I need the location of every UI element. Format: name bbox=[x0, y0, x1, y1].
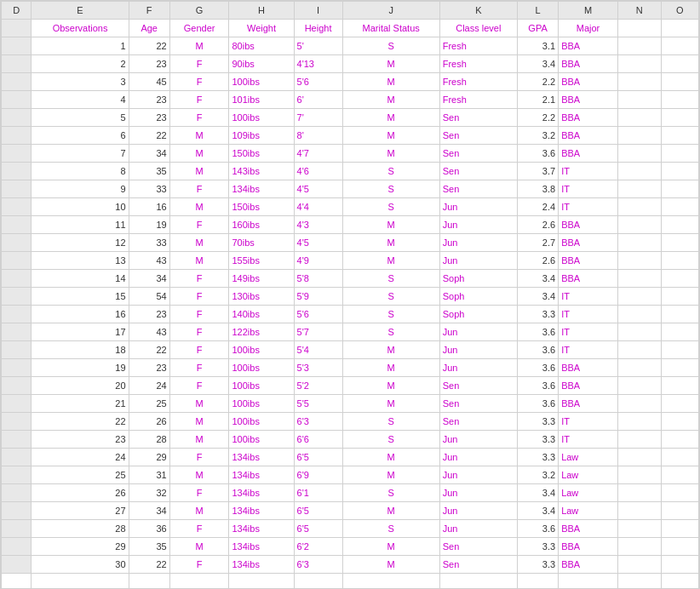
cell-obs[interactable]: 4 bbox=[32, 91, 129, 109]
cell-n[interactable] bbox=[617, 270, 661, 288]
cell-age[interactable]: 23 bbox=[129, 306, 169, 323]
cell-age[interactable]: 23 bbox=[129, 109, 169, 127]
cell-height[interactable]: 6'5 bbox=[294, 502, 342, 520]
cell-gpa[interactable]: 3.8 bbox=[517, 180, 558, 198]
cell-gpa[interactable]: 3.6 bbox=[517, 323, 558, 341]
cell-obs[interactable]: 20 bbox=[32, 377, 129, 395]
cell-height[interactable]: 6'6 bbox=[294, 431, 342, 449]
cell-n[interactable] bbox=[617, 556, 661, 574]
cell-major[interactable]: BBA bbox=[559, 55, 618, 73]
cell-class[interactable]: Soph bbox=[439, 306, 517, 323]
cell-obs[interactable]: 2 bbox=[32, 55, 129, 73]
row-spacer[interactable] bbox=[2, 73, 32, 91]
cell-marital[interactable]: M bbox=[342, 91, 439, 109]
cell-height[interactable]: 4'5 bbox=[294, 234, 342, 252]
cell-o[interactable] bbox=[661, 502, 698, 520]
row-spacer[interactable] bbox=[2, 288, 32, 306]
cell-weight[interactable]: 134ibs bbox=[229, 180, 294, 198]
cell-gpa[interactable]: 3.4 bbox=[517, 484, 558, 502]
cell-class[interactable]: Sen bbox=[439, 377, 517, 395]
cell-o[interactable] bbox=[661, 37, 698, 55]
cell-weight[interactable]: 143ibs bbox=[229, 163, 294, 180]
cell-gpa[interactable]: 3.4 bbox=[517, 502, 558, 520]
cell-gpa[interactable]: 3.6 bbox=[517, 520, 558, 538]
cell-major[interactable]: IT bbox=[559, 341, 618, 359]
cell-gender[interactable]: F bbox=[169, 484, 229, 502]
cell-marital[interactable]: M bbox=[342, 395, 439, 413]
cell-gpa[interactable]: 3.3 bbox=[517, 556, 558, 574]
cell-gender[interactable]: M bbox=[169, 234, 229, 252]
cell-gpa[interactable]: 2.4 bbox=[517, 198, 558, 216]
cell-gpa[interactable]: 2.7 bbox=[517, 234, 558, 252]
cell-o[interactable] bbox=[661, 323, 698, 341]
cell-age[interactable]: 33 bbox=[129, 180, 169, 198]
row-spacer[interactable] bbox=[2, 270, 32, 288]
cell-weight[interactable]: 100ibs bbox=[229, 109, 294, 127]
cell-n[interactable] bbox=[617, 55, 661, 73]
cell-n[interactable] bbox=[617, 502, 661, 520]
cell-gender[interactable]: F bbox=[169, 520, 229, 538]
cell-weight[interactable]: 109ibs bbox=[229, 127, 294, 145]
cell-obs[interactable]: 17 bbox=[32, 323, 129, 341]
cell-class[interactable]: Jun bbox=[439, 198, 517, 216]
cell-class[interactable]: Jun bbox=[439, 520, 517, 538]
cell-major[interactable]: BBA bbox=[559, 37, 618, 55]
col-h-header[interactable]: H bbox=[229, 2, 294, 20]
cell-n[interactable] bbox=[617, 323, 661, 341]
cell-age[interactable]: 23 bbox=[129, 359, 169, 377]
cell-major[interactable]: BBA bbox=[559, 109, 618, 127]
row-spacer[interactable] bbox=[2, 127, 32, 145]
cell-marital[interactable]: M bbox=[342, 538, 439, 556]
cell-major[interactable]: IT bbox=[559, 413, 618, 431]
cell-major[interactable]: BBA bbox=[559, 520, 618, 538]
cell-o[interactable] bbox=[661, 145, 698, 163]
cell-gender[interactable]: M bbox=[169, 163, 229, 180]
cell-major[interactable]: Law bbox=[559, 502, 618, 520]
cell-obs[interactable]: 30 bbox=[32, 556, 129, 574]
cell-obs[interactable]: 10 bbox=[32, 198, 129, 216]
cell-class[interactable]: Fresh bbox=[439, 37, 517, 55]
cell-gpa[interactable]: 3.2 bbox=[517, 466, 558, 484]
cell-weight[interactable]: 100ibs bbox=[229, 377, 294, 395]
cell-gpa[interactable]: 3.3 bbox=[517, 306, 558, 323]
cell-age[interactable]: 22 bbox=[129, 341, 169, 359]
cell-major[interactable]: Law bbox=[559, 466, 618, 484]
cell-marital[interactable]: S bbox=[342, 198, 439, 216]
cell-gender[interactable]: F bbox=[169, 270, 229, 288]
cell-class[interactable]: Jun bbox=[439, 341, 517, 359]
cell-gender[interactable]: M bbox=[169, 395, 229, 413]
row-spacer[interactable] bbox=[2, 341, 32, 359]
cell-age[interactable]: 22 bbox=[129, 556, 169, 574]
cell-age[interactable]: 36 bbox=[129, 520, 169, 538]
cell-age[interactable]: 35 bbox=[129, 538, 169, 556]
cell-weight[interactable]: 100ibs bbox=[229, 395, 294, 413]
cell-gpa[interactable]: 2.6 bbox=[517, 216, 558, 234]
cell-o[interactable] bbox=[661, 180, 698, 198]
cell-marital[interactable]: M bbox=[342, 109, 439, 127]
cell-marital[interactable]: M bbox=[342, 466, 439, 484]
cell-height[interactable]: 4'7 bbox=[294, 145, 342, 163]
empty-cell[interactable] bbox=[559, 574, 618, 590]
cell-major[interactable]: BBA bbox=[559, 270, 618, 288]
cell-o[interactable] bbox=[661, 109, 698, 127]
cell-o[interactable] bbox=[661, 538, 698, 556]
cell-gender[interactable]: F bbox=[169, 55, 229, 73]
cell-gpa[interactable]: 3.3 bbox=[517, 413, 558, 431]
cell-gender[interactable]: F bbox=[169, 180, 229, 198]
cell-age[interactable]: 34 bbox=[129, 502, 169, 520]
cell-marital[interactable]: M bbox=[342, 145, 439, 163]
cell-gpa[interactable]: 3.3 bbox=[517, 449, 558, 466]
cell-height[interactable]: 5'2 bbox=[294, 377, 342, 395]
cell-marital[interactable]: S bbox=[342, 270, 439, 288]
cell-weight[interactable]: 100ibs bbox=[229, 359, 294, 377]
row-spacer[interactable] bbox=[2, 37, 32, 55]
cell-height[interactable]: 6'9 bbox=[294, 466, 342, 484]
cell-gpa[interactable]: 3.6 bbox=[517, 359, 558, 377]
empty-cell[interactable] bbox=[169, 574, 229, 590]
cell-height[interactable]: 4'13 bbox=[294, 55, 342, 73]
empty-cell[interactable] bbox=[2, 574, 32, 590]
cell-gender[interactable]: M bbox=[169, 502, 229, 520]
col-j-header[interactable]: J bbox=[342, 2, 439, 20]
cell-o[interactable] bbox=[661, 127, 698, 145]
cell-gender[interactable]: M bbox=[169, 538, 229, 556]
